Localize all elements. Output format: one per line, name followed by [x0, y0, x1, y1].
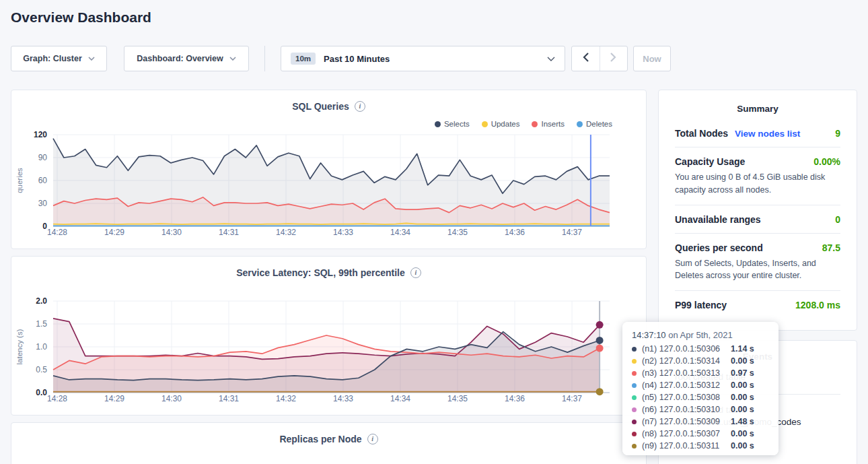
chevron-left-icon	[583, 53, 589, 65]
summary-title: Summary	[675, 104, 840, 114]
node-color-dot-icon	[632, 359, 637, 364]
svg-text:14:32: 14:32	[276, 228, 296, 237]
legend-dot-icon	[532, 121, 538, 127]
capacity-usage-value: 0.00%	[813, 156, 840, 167]
tooltip-node-label: (n7) 127.0.0.1:50309	[642, 416, 731, 428]
summary-panel: Summary Total Nodes View nodes list 9 Ca…	[658, 90, 857, 331]
tooltip-node-row: (n6) 127.0.0.1:503100.00 s	[632, 403, 769, 416]
service-latency-card: Service Latency: SQL, 99th percentile i …	[11, 256, 647, 416]
graph-dropdown[interactable]: Graph: Cluster	[11, 46, 107, 71]
time-step-buttons	[571, 46, 628, 71]
svg-text:14:29: 14:29	[104, 228, 124, 237]
svg-text:14:35: 14:35	[447, 394, 468, 403]
sql-queries-chart[interactable]: 030609012014:2814:2914:3014:3114:3214:33…	[11, 128, 647, 246]
svg-text:14:33: 14:33	[333, 228, 353, 237]
legend-item-selects[interactable]: Selects	[435, 120, 470, 128]
summary-row-unavailable-ranges: Unavailable ranges 0	[675, 205, 840, 234]
svg-text:14:31: 14:31	[219, 228, 239, 237]
capacity-usage-label: Capacity Usage	[675, 156, 745, 167]
tooltip-node-label: (n6) 127.0.0.1:50310	[642, 403, 731, 416]
tooltip-node-value: 0.00 s	[731, 428, 754, 440]
summary-row-capacity: Capacity Usage 0.00% You are using 0 B o…	[675, 147, 840, 205]
time-range-dropdown[interactable]: 10m Past 10 Minutes	[281, 46, 565, 71]
node-color-dot-icon	[632, 420, 637, 424]
svg-text:1.5: 1.5	[36, 319, 47, 329]
sql-queries-legend: SelectsUpdatesInsertsDeletes	[435, 120, 612, 128]
legend-label: Deletes	[586, 120, 612, 128]
svg-text:14:35: 14:35	[447, 228, 468, 237]
svg-text:14:37: 14:37	[562, 394, 582, 403]
overview-dashboard-page: Overview Dashboard Graph: Cluster Dashbo…	[0, 0, 868, 464]
svg-text:30: 30	[38, 199, 48, 208]
time-range-label: Past 10 Minutes	[324, 54, 390, 64]
chevron-down-icon	[547, 57, 555, 61]
tooltip-node-value: 0.00 s	[731, 355, 754, 367]
qps-desc: Sum of Selects, Updates, Inserts, and De…	[675, 257, 840, 283]
node-color-dot-icon	[632, 347, 637, 352]
chart-hover-tooltip: 14:37:10 on Apr 5th, 2021 (n1) 127.0.0.1…	[622, 322, 779, 455]
tooltip-node-row: (n9) 127.0.0.1:503110.00 s	[632, 440, 769, 452]
total-nodes-label: Total Nodes	[675, 128, 728, 139]
service-latency-chart[interactable]: 0.00.51.01.52.014:2814:2914:3014:3114:32…	[11, 294, 647, 412]
tooltip-node-value: 0.00 s	[731, 391, 754, 403]
qps-value: 87.5	[822, 242, 840, 253]
unavailable-ranges-label: Unavailable ranges	[675, 214, 761, 225]
svg-text:1.0: 1.0	[36, 342, 47, 352]
tooltip-node-value: 0.00 s	[731, 379, 754, 391]
tooltip-timestamp: 14:37:10 on Apr 5th, 2021	[632, 330, 769, 340]
sql-queries-title: SQL Queries	[292, 101, 349, 112]
chevron-right-icon	[610, 53, 616, 65]
summary-row-qps: Queries per second 87.5 Sum of Selects, …	[675, 234, 840, 292]
tooltip-node-label: (n3) 127.0.0.1:50313	[642, 367, 731, 379]
svg-text:14:36: 14:36	[505, 228, 525, 237]
legend-label: Inserts	[541, 120, 565, 128]
svg-text:14:31: 14:31	[219, 394, 239, 403]
node-color-dot-icon	[632, 407, 637, 412]
info-icon[interactable]: i	[410, 267, 421, 278]
tooltip-node-value: 0.97 s	[731, 367, 754, 379]
prev-range-button[interactable]	[572, 46, 600, 71]
svg-text:14:36: 14:36	[505, 394, 525, 403]
svg-text:2.0: 2.0	[36, 296, 47, 306]
legend-item-inserts[interactable]: Inserts	[532, 120, 565, 128]
tooltip-node-label: (n9) 127.0.0.1:50311	[642, 440, 731, 452]
view-nodes-list-link[interactable]: View nodes list	[735, 129, 800, 139]
svg-text:14:34: 14:34	[390, 228, 410, 237]
node-color-dot-icon	[632, 371, 637, 376]
tooltip-node-value: 1.14 s	[731, 343, 754, 355]
capacity-usage-desc: You are using 0 B of 4.5 GiB usable disk…	[675, 171, 840, 197]
tooltip-node-value: 1.48 s	[731, 416, 754, 428]
tooltip-node-row: (n4) 127.0.0.1:503120.00 s	[632, 379, 769, 391]
svg-text:14:34: 14:34	[390, 394, 410, 403]
chevron-down-icon	[88, 57, 95, 61]
legend-item-updates[interactable]: Updates	[482, 120, 520, 128]
tooltip-node-label: (n2) 127.0.0.1:50314	[642, 355, 731, 367]
svg-text:14:32: 14:32	[276, 394, 296, 403]
svg-text:120: 120	[34, 130, 47, 139]
tooltip-node-label: (n4) 127.0.0.1:50312	[642, 379, 731, 391]
now-button[interactable]: Now	[633, 46, 671, 71]
svg-text:14:30: 14:30	[161, 394, 182, 403]
tooltip-node-row: (n1) 127.0.0.1:503061.14 s	[632, 343, 769, 355]
service-latency-title: Service Latency: SQL, 99th percentile	[236, 267, 405, 278]
legend-item-deletes[interactable]: Deletes	[577, 120, 612, 128]
info-icon[interactable]: i	[367, 434, 378, 444]
unavailable-ranges-value: 0	[835, 214, 840, 225]
tooltip-node-row: (n7) 127.0.0.1:503091.48 s	[632, 416, 769, 428]
p99-latency-value: 1208.0 ms	[795, 300, 840, 310]
replicas-per-node-card: Replicas per Node i	[11, 422, 647, 464]
dashboard-dropdown[interactable]: Dashboard: Overview	[124, 46, 249, 71]
controls-divider	[264, 46, 265, 71]
p99-latency-label: P99 latency	[675, 300, 727, 310]
next-range-button[interactable]	[600, 46, 627, 71]
svg-text:14:30: 14:30	[161, 228, 182, 237]
node-color-dot-icon	[632, 383, 637, 388]
tooltip-node-value: 0.00 s	[731, 440, 754, 452]
svg-text:latency (s): latency (s)	[15, 329, 24, 364]
legend-dot-icon	[482, 121, 488, 127]
info-icon[interactable]: i	[355, 101, 365, 112]
tooltip-node-label: (n5) 127.0.0.1:50308	[642, 391, 731, 403]
tooltip-node-row: (n2) 127.0.0.1:503140.00 s	[632, 355, 769, 367]
svg-text:0.0: 0.0	[36, 388, 47, 397]
legend-label: Selects	[444, 120, 470, 128]
